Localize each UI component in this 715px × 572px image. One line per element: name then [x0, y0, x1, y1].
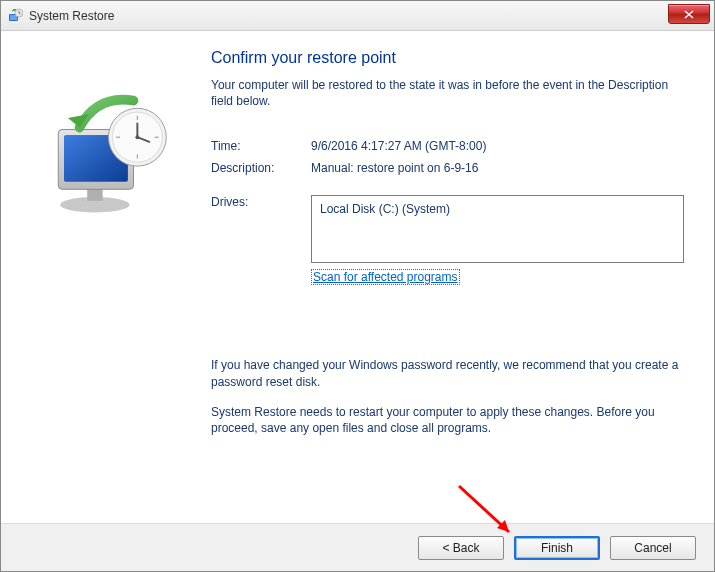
notes: If you have changed your Windows passwor…: [211, 357, 684, 436]
scan-affected-link[interactable]: Scan for affected programs: [311, 269, 460, 285]
time-label: Time:: [211, 139, 311, 153]
scan-link-row: Scan for affected programs: [311, 269, 684, 285]
description-label: Description:: [211, 161, 311, 175]
left-pane: [11, 49, 201, 523]
system-restore-icon: [39, 89, 174, 224]
intro-text: Your computer will be restored to the st…: [211, 77, 684, 109]
drive-item[interactable]: Local Disk (C:) (System): [320, 202, 675, 216]
description-row: Description: Manual: restore point on 6-…: [211, 161, 684, 175]
time-row: Time: 9/6/2016 4:17:27 AM (GMT-8:00): [211, 139, 684, 153]
drives-row: Drives: Local Disk (C:) (System): [211, 195, 684, 263]
close-button[interactable]: [668, 4, 710, 24]
drives-label: Drives:: [211, 195, 311, 263]
description-value: Manual: restore point on 6-9-16: [311, 161, 684, 175]
svg-point-17: [135, 135, 139, 139]
body: Confirm your restore point Your computer…: [1, 31, 714, 523]
page-heading: Confirm your restore point: [211, 49, 684, 67]
window-title: System Restore: [29, 9, 114, 23]
password-note: If you have changed your Windows passwor…: [211, 357, 684, 389]
system-restore-window: System Restore: [0, 0, 715, 572]
client-area: Confirm your restore point Your computer…: [1, 31, 714, 571]
restart-note: System Restore needs to restart your com…: [211, 404, 684, 436]
time-value: 9/6/2016 4:17:27 AM (GMT-8:00): [311, 139, 684, 153]
finish-button[interactable]: Finish: [514, 536, 600, 560]
back-button[interactable]: < Back: [418, 536, 504, 560]
app-icon: [7, 8, 23, 24]
footer-buttons: < Back Finish Cancel: [1, 523, 714, 571]
content-pane: Confirm your restore point Your computer…: [201, 49, 694, 523]
titlebar: System Restore: [1, 1, 714, 31]
drives-listbox[interactable]: Local Disk (C:) (System): [311, 195, 684, 263]
cancel-button[interactable]: Cancel: [610, 536, 696, 560]
